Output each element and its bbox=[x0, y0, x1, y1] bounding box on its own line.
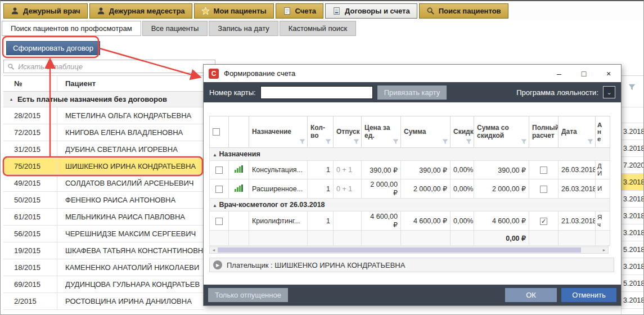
column-header-sum-discounted[interactable]: Сумма со скидкой bbox=[474, 116, 529, 148]
payer-label: Плательщик : ШИШКЕНКО ИРИНА КОНДРАТЬЕВНА bbox=[227, 261, 405, 269]
grid-group-row[interactable]: ▲ Назначения bbox=[210, 148, 610, 161]
date-fragment: 3.2018 bbox=[622, 191, 643, 208]
select-all-header[interactable] bbox=[210, 116, 229, 148]
filter-funnel-icon[interactable] bbox=[442, 139, 448, 145]
filter-funnel-icon[interactable] bbox=[393, 139, 399, 145]
person-icon bbox=[97, 7, 105, 15]
dialog-footer: Только отпущенное ОК Отменить bbox=[204, 285, 621, 305]
tab-duty-nurse[interactable]: Дежурная медсестра bbox=[89, 3, 192, 19]
dialog-toolbar: Номер карты: Привязать карту Программа л… bbox=[204, 82, 621, 102]
tab-booking-by-date[interactable]: Запись на дату bbox=[209, 21, 278, 36]
patients-group-row[interactable]: ▲ Есть платные назначения без договоров bbox=[3, 92, 204, 107]
table-row[interactable]: 31/2015ДУБИНА СВЕТЛАНА ИГОРЕВНА bbox=[3, 141, 204, 158]
tab-contracts-invoices[interactable]: Договоры и счета bbox=[325, 3, 417, 19]
column-header-patient[interactable]: Пациент bbox=[57, 76, 204, 91]
cut-column: И bbox=[596, 179, 610, 199]
table-row[interactable]: 18/2015КАМЕНЕНКО АНАТОЛИЙ НИКОЛАЕВИ bbox=[3, 259, 204, 276]
tab-patient-search[interactable]: Поиск пациентов bbox=[419, 3, 508, 19]
column-header-number[interactable]: № bbox=[3, 76, 57, 91]
row-checkbox[interactable] bbox=[215, 166, 223, 174]
column-header-unit-price[interactable]: Цена за ед. bbox=[362, 116, 401, 148]
tab-invoices[interactable]: Счета bbox=[276, 3, 323, 19]
horizontal-scrollbar[interactable]: ◄ ► bbox=[209, 246, 609, 254]
row-checkbox[interactable] bbox=[215, 218, 223, 225]
only-dispensed-button[interactable]: Только отпущенное bbox=[208, 288, 288, 302]
tab-search-by-checkups[interactable]: Поиск пациентов по профосмотрам bbox=[2, 21, 141, 36]
column-header-full-calc[interactable]: Полный расчет bbox=[529, 116, 559, 148]
filter-funnel-icon[interactable] bbox=[299, 139, 305, 145]
tab-duty-doctor[interactable]: Дежурный врач bbox=[3, 3, 88, 19]
maximize-button[interactable]: □ bbox=[571, 65, 596, 82]
invoice-row[interactable]: Консультация... 1 0 + 1 390,00 ₽ 390,00 … bbox=[210, 161, 610, 179]
date-fragment: 3.2018 bbox=[622, 208, 643, 224]
patient-name: МЕТЕЛИНА ОЛЬГА КОНДРАТЬЕВНА bbox=[57, 107, 204, 124]
table-row[interactable]: 72/2015КНИГОВА ЕЛЕНА ВЛАДЛЕНОВНА bbox=[3, 124, 204, 141]
tab-label: Счета bbox=[295, 7, 316, 15]
patient-number: 72/2015 bbox=[3, 124, 57, 141]
discount: 0,00% bbox=[451, 212, 474, 231]
column-header-discount[interactable]: Скидка bbox=[451, 116, 474, 148]
close-button[interactable]: × bbox=[596, 65, 621, 82]
patient-name: ЧЕРЕШНИДЗЕ МАКСИМ СЕРГЕЕВИЧ bbox=[57, 226, 204, 242]
card-number-input[interactable] bbox=[260, 86, 373, 99]
column-header-qty[interactable]: Кол-во bbox=[308, 116, 334, 148]
hidden-date-column: 3.2018 3.2018 7.2020 3.2018 3.2018 3.201… bbox=[621, 75, 643, 314]
sum: 4 600,00 ₽ bbox=[401, 212, 451, 231]
column-header-date[interactable]: Дата bbox=[559, 116, 596, 148]
dispensed bbox=[334, 212, 362, 231]
patient-number: 2/2015 bbox=[3, 293, 57, 309]
unit-price: 2 000,00 ₽ bbox=[362, 179, 401, 199]
table-row[interactable]: 19/2015ШКАФЕВА ТАТЬЯНА КОНСТАНТИНОВН bbox=[3, 242, 204, 259]
scroll-right-icon[interactable]: ► bbox=[600, 248, 608, 252]
filter-funnel-icon[interactable] bbox=[521, 139, 527, 145]
ok-button[interactable]: ОК bbox=[505, 288, 557, 302]
filter-funnel-icon[interactable] bbox=[466, 139, 472, 145]
filter-funnel-icon[interactable] bbox=[628, 84, 636, 91]
payer-bar[interactable]: ▶ Плательщик : ШИШКЕНКО ИРИНА КОНДРАТЬЕВ… bbox=[209, 258, 614, 272]
table-row[interactable]: 28/2015МЕТЕЛИНА ОЛЬГА КОНДРАТЬЕВНА bbox=[3, 107, 204, 124]
scroll-left-icon[interactable]: ◄ bbox=[210, 248, 218, 252]
patient-name: ФЕНЕНКО РАИСА АНТОНОВНА bbox=[57, 192, 204, 208]
table-row-selected[interactable]: 75/2015ШИШКЕНКО ИРИНА КОНДРАТЬЕВНА bbox=[3, 158, 204, 175]
filter-funnel-icon[interactable] bbox=[353, 139, 359, 145]
date: 26.03.2018 bbox=[559, 161, 596, 179]
loyalty-dropdown[interactable]: ⌄ bbox=[603, 86, 615, 98]
full-calc-checkbox[interactable]: ✓ bbox=[540, 218, 547, 225]
column-header-dispensed[interactable]: Отпуск bbox=[334, 116, 362, 148]
grid-group-row[interactable]: ▲ Врач-косметолог от 26.03.2018 bbox=[210, 199, 610, 212]
select-all-checkbox[interactable] bbox=[213, 128, 220, 136]
table-row[interactable]: 69/2015ДУДИНЦОВА ГУЛЬНАРА КОНДРАТЬЕВ bbox=[3, 276, 204, 293]
full-calc-checkbox[interactable] bbox=[540, 186, 547, 193]
filter-funnel-icon[interactable] bbox=[325, 139, 331, 145]
minimize-button[interactable]: – bbox=[547, 65, 571, 82]
patient-number: 75/2015 bbox=[3, 158, 57, 174]
expander-icon[interactable]: ▶ bbox=[213, 260, 222, 269]
cancel-button[interactable]: Отменить bbox=[561, 288, 616, 302]
group-expand-icon: ▲ bbox=[213, 152, 217, 158]
form-contract-button[interactable]: Сформировать договор bbox=[6, 41, 100, 55]
patient-name: МЕЛЬНИКИНА РАИСА ПАВЛОВНА bbox=[57, 209, 204, 225]
bind-card-button[interactable]: Привязать карту bbox=[377, 86, 447, 100]
tab-my-patients[interactable]: Мои пациенты bbox=[194, 3, 274, 19]
table-row[interactable]: 50/2015ФЕНЕНКО РАИСА АНТОНОВНА bbox=[3, 192, 204, 209]
table-row[interactable]: 2/2015РОСТОВЦИНА ИРИНА ДАНИЛОВНА bbox=[3, 293, 204, 310]
date-fragment: 5.2018 bbox=[622, 275, 643, 292]
table-row[interactable]: 49/2015СОЛДАТОВ ВАСИЛИЙ АРСЕНЬЕВИЧ bbox=[3, 175, 204, 192]
table-row[interactable]: 56/2015ЧЕРЕШНИДЗЕ МАКСИМ СЕРГЕЕВИЧ bbox=[3, 226, 204, 242]
filter-funnel-icon[interactable] bbox=[587, 139, 593, 145]
search-input[interactable] bbox=[18, 62, 211, 71]
column-header-sum[interactable]: Сумма bbox=[401, 116, 451, 148]
table-row[interactable]: 61/2015МЕЛЬНИКИНА РАИСА ПАВЛОВНА bbox=[3, 209, 204, 226]
contract-icon bbox=[332, 7, 341, 15]
tab-custom-search[interactable]: Кастомный поиск bbox=[280, 21, 356, 36]
sum: 2 000,00 ₽ bbox=[401, 179, 451, 199]
invoice-row[interactable]: Криолифтинг... 1 4 600,00 ₽ 4 600,00 ₽ 0… bbox=[210, 212, 610, 231]
row-checkbox[interactable] bbox=[215, 186, 223, 193]
invoice-row[interactable]: Расширенное... 1 0 + 1 2 000,00 ₽ 2 000,… bbox=[210, 179, 610, 199]
column-header-name[interactable]: Назначение bbox=[249, 116, 308, 148]
full-calc-checkbox[interactable] bbox=[540, 166, 547, 174]
service-name: Криолифтинг... bbox=[249, 212, 308, 231]
tab-all-patients[interactable]: Все пациенты bbox=[142, 21, 208, 36]
patient-name: ШКАФЕВА ТАТЬЯНА КОНСТАНТИНОВН bbox=[57, 242, 204, 259]
scrollbar-thumb[interactable] bbox=[218, 248, 581, 253]
